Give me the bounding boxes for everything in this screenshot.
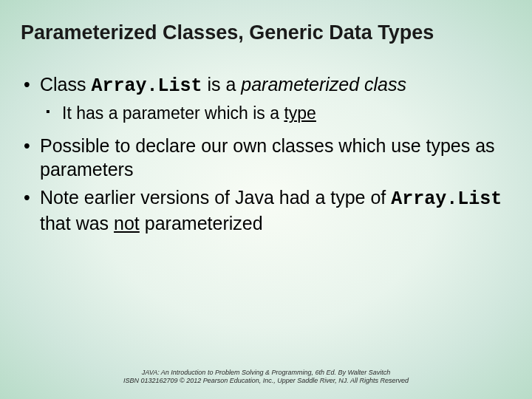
slide: Parameterized Classes, Generic Data Type… xyxy=(0,0,532,399)
b2-text: Possible to declare our own classes whic… xyxy=(40,135,495,180)
b3-post: parameterized xyxy=(140,213,263,233)
slide-title: Parameterized Classes, Generic Data Type… xyxy=(21,21,511,44)
b1-code: Array.List xyxy=(91,75,202,97)
b1-text-pre: Class xyxy=(40,74,91,95)
footer-line-2: ISBN 0132162709 © 2012 Pearson Education… xyxy=(0,377,532,386)
bullet-list: Class Array.List is a parameterized clas… xyxy=(21,72,511,235)
bullet-3: Note earlier versions of Java had a type… xyxy=(21,185,511,235)
slide-footer: JAVA: An Introduction to Problem Solving… xyxy=(0,369,532,386)
bullet-1: Class Array.List is a parameterized clas… xyxy=(21,72,511,125)
sub-bullet-list-1: It has a parameter which is a type xyxy=(40,103,511,125)
footer-line-1: JAVA: An Introduction to Problem Solving… xyxy=(0,369,532,378)
b3-underline: not xyxy=(114,213,140,233)
b1-text-mid: is a xyxy=(202,74,242,95)
bullet-2: Possible to declare our own classes whic… xyxy=(21,134,511,181)
b3-pre: Note earlier versions of Java had a type… xyxy=(40,187,391,208)
b1s1-underline: type xyxy=(284,103,316,123)
b1-italic: parameterized class xyxy=(241,74,406,95)
b3-code: Array.List xyxy=(391,188,502,210)
b3-mid: that was xyxy=(40,213,114,233)
b1s1-pre: It has a parameter which is a xyxy=(62,103,284,123)
sub-bullet-1-1: It has a parameter which is a type xyxy=(40,103,511,125)
